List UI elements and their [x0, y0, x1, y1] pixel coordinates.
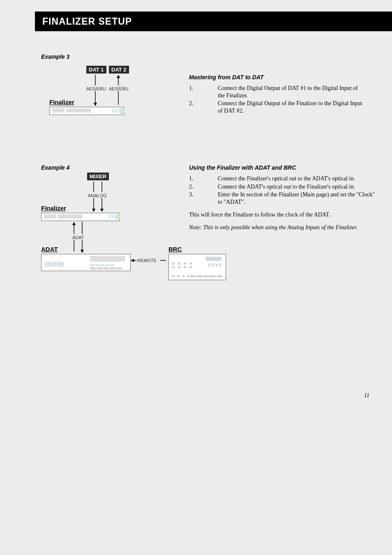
ex3-title: Mastering from DAT to DAT: [189, 74, 366, 81]
ex3-step1-num: 1.: [189, 85, 218, 99]
ex3-arrows: [45, 66, 160, 123]
ex4-step3-text: Enter the In section of the Finalizer (M…: [218, 191, 378, 205]
svg-marker-19: [131, 259, 134, 262]
page: FINALIZER SETUP Example 3 DAT 1 DAT 2 AE…: [0, 0, 392, 555]
svg-marker-14: [81, 250, 84, 253]
ex3-step2-num: 2.: [189, 100, 218, 114]
ex3-step1: 1. Connect the Digital Output of DAT #1 …: [189, 85, 366, 99]
header-title: FINALIZER SETUP: [42, 16, 132, 27]
example3-text: Mastering from DAT to DAT 1. Connect the…: [189, 74, 366, 115]
ex4-step2-text: Connect the ADAT's optical out to the Fi…: [218, 183, 378, 191]
example3-label: Example 3: [41, 53, 371, 60]
content: Example 3 DAT 1 DAT 2 AES/EBU AES/EBU Fi…: [41, 53, 371, 60]
svg-marker-17: [72, 222, 76, 225]
ex3-step2-text: Connect the Digital Output of the Finali…: [218, 100, 366, 114]
ex4-arrows: [41, 173, 230, 296]
example4-label: Example 4: [41, 164, 69, 171]
svg-marker-2: [94, 103, 97, 106]
ex3-step2: 2. Connect the Digital Output of the Fin…: [189, 100, 366, 114]
page-number: 11: [364, 392, 369, 399]
header-bar: FINALIZER SETUP: [35, 12, 392, 31]
ex3-step1-text: Connect the Digital Output of DAT #1 to …: [218, 85, 366, 99]
example3-diagram: DAT 1 DAT 2 AES/EBU AES/EBU Finalizer: [45, 66, 160, 123]
ex4-title: Using the Finalizer with ADAT and BRC: [189, 164, 378, 171]
svg-marker-9: [92, 209, 95, 212]
ex4-step1-text: Connect the Finalizer's optical out to t…: [218, 175, 378, 182]
svg-marker-11: [100, 209, 104, 212]
svg-marker-5: [117, 75, 120, 78]
example4-diagram: MIXER ANALOG Finalizer ADAT ADAT BRC: [41, 173, 230, 296]
